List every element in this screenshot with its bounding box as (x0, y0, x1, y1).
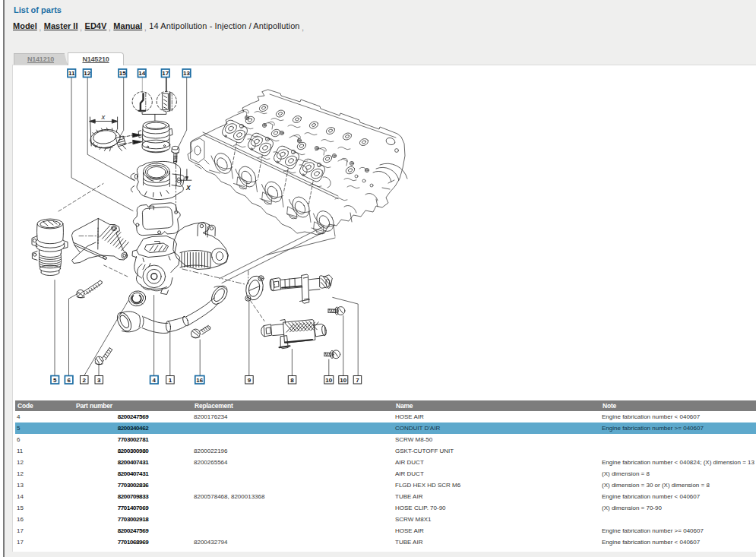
svg-text:14: 14 (138, 70, 145, 77)
svg-text:13: 13 (183, 70, 190, 77)
svg-text:15: 15 (119, 70, 126, 77)
svg-text:9: 9 (248, 377, 251, 384)
svg-text:2: 2 (83, 377, 87, 384)
svg-text:X: X (185, 184, 191, 191)
svg-text:4: 4 (153, 377, 157, 384)
svg-text:16: 16 (196, 377, 203, 384)
svg-text:5: 5 (53, 377, 57, 384)
svg-text:x: x (101, 112, 106, 121)
svg-text:1: 1 (169, 377, 172, 384)
svg-text:12: 12 (84, 70, 90, 77)
svg-text:6: 6 (67, 377, 71, 384)
svg-text:10: 10 (340, 377, 346, 384)
svg-text:17: 17 (162, 70, 169, 77)
svg-text:11: 11 (68, 70, 75, 77)
svg-text:8: 8 (290, 377, 294, 384)
svg-text:10: 10 (325, 377, 332, 384)
svg-text:3: 3 (97, 377, 101, 384)
svg-text:7: 7 (356, 377, 359, 384)
